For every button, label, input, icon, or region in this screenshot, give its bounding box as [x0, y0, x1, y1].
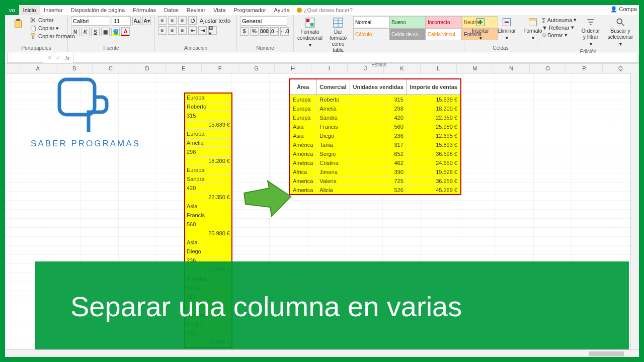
- source-cell: 25.980 €: [185, 229, 231, 238]
- group-font: A▴ A▾ N K S ▦ 🪣 A Fuente: [68, 15, 155, 52]
- share-button[interactable]: 👤 Compa: [610, 6, 637, 13]
- wrap-text-button[interactable]: Ajustar texto: [198, 17, 232, 24]
- group-editing: ∑ Autosuma ▾ ▼ Rellenar ▾ ◇ Borrar ▾ Ord…: [537, 15, 639, 52]
- col-header[interactable]: F: [202, 64, 238, 73]
- col-header[interactable]: K: [384, 64, 420, 73]
- scissors-icon: [30, 17, 37, 24]
- col-header[interactable]: P: [566, 64, 602, 73]
- number-format-select[interactable]: [240, 16, 287, 26]
- italic-button[interactable]: K: [81, 28, 90, 36]
- col-header[interactable]: J: [348, 64, 384, 73]
- align-bottom-button[interactable]: ≡: [178, 16, 187, 25]
- bold-button[interactable]: N: [71, 28, 79, 36]
- tab-page-layout[interactable]: Disposición de página: [67, 5, 129, 15]
- source-cell: Roberto: [185, 103, 231, 112]
- align-left-button[interactable]: ≡: [158, 26, 167, 35]
- source-cell: Sandra: [185, 175, 231, 184]
- tab-view[interactable]: Vista: [209, 5, 229, 15]
- group-number: $ % 000 .0→ ←.0 Número: [237, 15, 294, 52]
- font-size-select[interactable]: [112, 16, 131, 26]
- comma-format-button[interactable]: 000: [260, 27, 269, 36]
- find-select-button[interactable]: Buscar y seleccionar ▾: [605, 16, 636, 48]
- style-cell[interactable]: Bueno: [389, 16, 426, 28]
- table-row: AsiaDiego23612.695 €: [289, 131, 461, 140]
- fill-button[interactable]: ▼ Rellenar ▾: [540, 24, 577, 31]
- tab-insert[interactable]: Insertar: [40, 5, 66, 15]
- tab-developer[interactable]: Programador: [229, 5, 270, 15]
- col-header[interactable]: B: [56, 64, 93, 73]
- col-header[interactable]: N: [493, 64, 529, 73]
- font-color-button[interactable]: A: [121, 27, 130, 36]
- paintbrush-icon: [30, 33, 37, 40]
- tab-review[interactable]: Revisar: [183, 5, 209, 15]
- style-cell[interactable]: Incorrecto: [426, 16, 462, 28]
- orientation-button[interactable]: ⭯: [188, 16, 197, 25]
- tab-file[interactable]: vo: [5, 5, 19, 15]
- horizontal-scrollbar[interactable]: [5, 349, 639, 357]
- col-header[interactable]: G: [238, 64, 275, 73]
- autosum-button[interactable]: ∑ Autosuma ▾: [540, 16, 577, 24]
- tell-me-search[interactable]: ¿Qué desea hacer?: [294, 7, 356, 13]
- column-headers[interactable]: ABCDEFGHIJKLMNOPQ: [5, 64, 639, 73]
- style-cell[interactable]: Cálculo: [353, 28, 389, 40]
- col-header[interactable]: I: [311, 64, 348, 73]
- decrease-decimal-button[interactable]: ←.0: [280, 27, 289, 36]
- align-middle-button[interactable]: ≡: [168, 16, 177, 25]
- col-header[interactable]: Q: [603, 64, 639, 73]
- name-box[interactable]: [7, 53, 43, 63]
- col-header[interactable]: E: [166, 64, 202, 73]
- copy-icon: [30, 25, 37, 32]
- increase-font-button[interactable]: A▴: [132, 17, 141, 25]
- col-header[interactable]: D: [129, 64, 166, 73]
- style-cell[interactable]: Celda de co...: [389, 28, 426, 40]
- delete-cells-button[interactable]: Eliminar ▾: [494, 16, 520, 42]
- table-row: AsiaFrancis56025.980 €: [289, 122, 461, 131]
- tab-help[interactable]: Ayuda: [270, 5, 294, 15]
- fx-button[interactable]: fx: [62, 55, 73, 61]
- source-cell: Francis: [185, 211, 231, 220]
- percent-format-button[interactable]: %: [250, 27, 259, 36]
- col-header[interactable]: H: [275, 64, 311, 73]
- increase-indent-button[interactable]: ⇥: [198, 26, 207, 35]
- underline-button[interactable]: S: [91, 28, 100, 36]
- border-button[interactable]: ▦: [101, 28, 110, 36]
- paste-button[interactable]: [8, 16, 28, 40]
- tab-formulas[interactable]: Fórmulas: [129, 5, 160, 15]
- format-icon: [528, 17, 538, 27]
- style-cell[interactable]: Normal: [353, 16, 389, 28]
- tab-data[interactable]: Datos: [160, 5, 183, 15]
- col-header[interactable]: L: [421, 64, 457, 73]
- formula-input[interactable]: [73, 53, 639, 63]
- style-cell[interactable]: Celda vincul...: [426, 28, 462, 40]
- clear-button[interactable]: ◇ Borrar ▾: [540, 31, 577, 39]
- col-header[interactable]: M: [457, 64, 493, 73]
- table-icon: [333, 17, 344, 28]
- increase-decimal-button[interactable]: .0→: [270, 27, 279, 36]
- font-name-select[interactable]: [71, 16, 110, 26]
- col-header[interactable]: O: [530, 64, 566, 73]
- sort-filter-button[interactable]: Ordenar y filtrar ▾: [578, 16, 604, 48]
- paste-icon: [13, 17, 24, 30]
- align-right-button[interactable]: ≡: [178, 26, 187, 35]
- decrease-indent-button[interactable]: ⇤: [188, 26, 197, 35]
- table-row: EuropaAmelia29818.200 €: [289, 104, 461, 113]
- fill-color-button[interactable]: 🪣: [111, 28, 120, 36]
- source-cell: Asia: [185, 202, 231, 211]
- cancel-formula-button[interactable]: ✕: [45, 55, 54, 61]
- merge-button[interactable]: ⊟ ▾: [208, 26, 217, 35]
- accounting-format-button[interactable]: $: [240, 27, 249, 36]
- enter-formula-button[interactable]: ✓: [54, 55, 62, 61]
- col-header[interactable]: A: [20, 64, 56, 73]
- insert-cells-button[interactable]: Insertar ▾: [467, 16, 494, 42]
- align-center-button[interactable]: ≡: [168, 26, 177, 35]
- source-cell: 22.350 €: [185, 193, 231, 202]
- tab-home[interactable]: Inicio: [19, 5, 40, 15]
- col-header[interactable]: C: [93, 64, 129, 73]
- table-row: AfricaJimena39019.526 €: [289, 167, 461, 176]
- align-top-button[interactable]: ≡: [158, 16, 167, 25]
- table-header: Unidades vendidas: [350, 79, 407, 95]
- logo-text: SABER PROGRAMAS: [25, 139, 146, 149]
- vertical-scrollbar[interactable]: [630, 72, 639, 349]
- worksheet-area[interactable]: SABER PROGRAMAS EuropaRoberto31515.639 €…: [5, 73, 639, 357]
- decrease-font-button[interactable]: A▾: [142, 17, 151, 25]
